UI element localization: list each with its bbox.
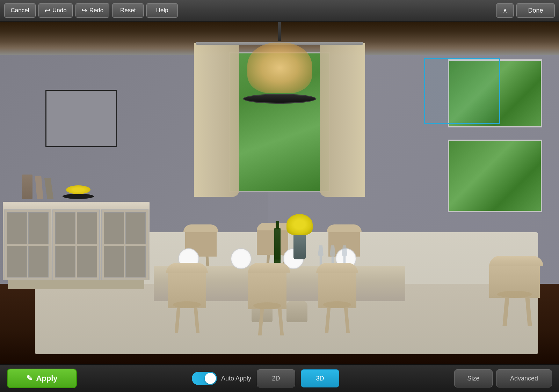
auto-apply-toggle[interactable] bbox=[192, 372, 217, 385]
auto-apply-toggle-container: Auto Apply bbox=[192, 372, 251, 385]
top-toolbar: Cancel ↩ Undo ↪ Redo Reset Help ∧ Done bbox=[0, 0, 559, 22]
cancel-button[interactable]: Cancel bbox=[4, 3, 36, 18]
done-button[interactable]: Done bbox=[516, 3, 555, 18]
room-canvas bbox=[0, 22, 559, 364]
apply-icon: ✎ bbox=[26, 374, 32, 383]
reset-button[interactable]: Reset bbox=[112, 3, 144, 18]
chair-far-right bbox=[489, 256, 545, 326]
collapse-button[interactable]: ∧ bbox=[496, 3, 514, 18]
undo-button[interactable]: ↩ Undo bbox=[38, 3, 73, 18]
advanced-button[interactable]: Advanced bbox=[496, 369, 552, 387]
picture-frame[interactable] bbox=[45, 90, 117, 147]
chair-front-left bbox=[164, 263, 210, 333]
view-2d-button[interactable]: 2D bbox=[257, 369, 295, 387]
help-button[interactable]: Help bbox=[146, 3, 178, 18]
bottom-right-controls: Size Advanced bbox=[454, 369, 552, 387]
undo-icon: ↩ bbox=[44, 6, 50, 15]
flower-arrangement bbox=[286, 214, 313, 259]
redo-icon: ↪ bbox=[81, 6, 87, 15]
bottom-center-controls: Auto Apply 2D 3D bbox=[192, 369, 339, 387]
window-lower-right[interactable] bbox=[448, 140, 542, 212]
right-curtain bbox=[320, 43, 365, 197]
bottom-toolbar: ✎ Apply Auto Apply 2D 3D Size Advanced bbox=[0, 364, 559, 392]
apply-button[interactable]: ✎ Apply bbox=[7, 369, 77, 388]
wine-bottle bbox=[274, 228, 281, 266]
chair-front-center bbox=[248, 263, 293, 336]
sideboard bbox=[3, 202, 150, 289]
size-button[interactable]: Size bbox=[454, 369, 493, 387]
left-curtain bbox=[194, 43, 239, 197]
toggle-knob bbox=[205, 373, 216, 384]
chandelier bbox=[240, 39, 319, 104]
view-3d-button[interactable]: 3D bbox=[301, 369, 339, 387]
main-scene[interactable] bbox=[0, 22, 559, 364]
auto-apply-label: Auto Apply bbox=[221, 375, 251, 382]
redo-button[interactable]: ↪ Redo bbox=[75, 3, 110, 18]
chair-front-right bbox=[314, 263, 360, 333]
selection-rectangle[interactable] bbox=[424, 58, 500, 124]
chandelier-chain bbox=[278, 22, 281, 41]
chevron-up-icon: ∧ bbox=[503, 7, 507, 14]
